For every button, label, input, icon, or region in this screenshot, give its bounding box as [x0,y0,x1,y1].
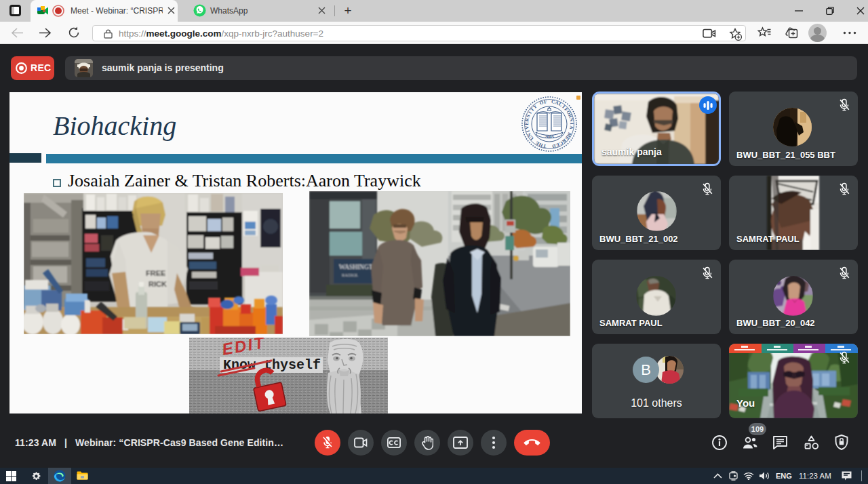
svg-text:A: A [568,125,574,130]
svg-text:FREE: FREE [146,269,165,277]
svg-text:I: I [569,123,574,125]
svg-text:RICK: RICK [149,280,167,288]
svg-text:2005: 2005 [545,134,555,140]
svg-text:N: N [568,117,574,122]
svg-text:RADIOL: RADIOL [342,273,359,277]
svg-text:F: F [543,99,547,105]
svg-text:WASHINGT: WASHINGT [339,264,373,270]
svg-text:D: D [551,143,556,149]
